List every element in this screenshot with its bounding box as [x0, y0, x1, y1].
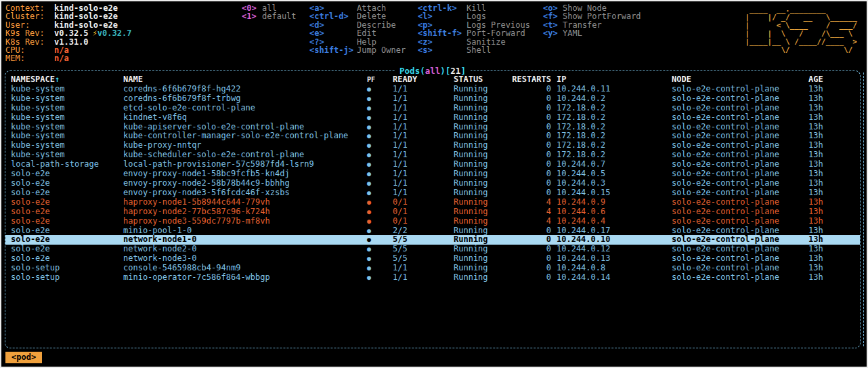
cell-age: 13h [808, 245, 860, 254]
cell-namespace: solo-e2e [11, 169, 123, 179]
cell-status: Running [454, 207, 512, 217]
cell-age: 13h [808, 113, 860, 123]
shortcut: <shift-j>Jump Owner [309, 46, 406, 54]
cell-namespace: solo-e2e [11, 207, 123, 217]
cell-age: 13h [808, 264, 860, 273]
cell-status: Running [454, 113, 512, 123]
cell-restarts: 4 [512, 198, 551, 207]
cell-node: solo-e2e-control-plane [672, 123, 808, 132]
cell-age: 13h [808, 198, 860, 207]
k9s-logo: ____ __.________ | |/ _/ __ \______ | < … [745, 5, 857, 54]
cell-ip: 10.244.0.4 [551, 217, 672, 226]
cell-restarts: 0 [512, 131, 551, 141]
info-row: Cluster:kind-solo-e2e [5, 12, 131, 20]
cell-ip: 10.244.0.3 [551, 179, 672, 188]
footer: <pod> [5, 350, 42, 363]
cell-ip: 172.18.0.2 [551, 104, 672, 113]
column-header-restarts: RESTARTS [512, 75, 551, 85]
cell-ready: 1/1 [393, 264, 454, 273]
table-row[interactable]: solo-e2eminio-pool-1-0●2/2Running010.244… [5, 226, 860, 236]
table-row[interactable]: solo-e2eenvoy-proxy-node3-5f6fcdc46f-xzs… [5, 188, 860, 198]
cell-name: coredns-6f6b679f8f-hg422 [123, 85, 367, 94]
cell-node: solo-e2e-control-plane [672, 235, 808, 245]
shortcut-label: Port-Forward [466, 29, 525, 37]
shortcut-label: default [262, 12, 297, 20]
cell-status: Running [454, 150, 512, 160]
cell-ip: 172.18.0.2 [551, 113, 672, 123]
cell-status: Running [454, 131, 512, 141]
table-title-suffix: ] [460, 66, 466, 76]
cell-node: solo-e2e-control-plane [672, 188, 808, 198]
table-row[interactable]: local-path-storagelocal-path-provisioner… [5, 160, 860, 169]
cell-age: 13h [808, 123, 860, 132]
cell-node: solo-e2e-control-plane [672, 85, 808, 94]
table-row[interactable]: kube-systemkube-scheduler-solo-e2e-contr… [5, 150, 860, 160]
shortcut: <f>Show PortForward [543, 12, 641, 20]
table-row[interactable]: kube-systemetcd-solo-e2e-control-plane●1… [5, 104, 860, 113]
shortcut: <1>default [242, 12, 297, 20]
cell-node: solo-e2e-control-plane [672, 113, 808, 123]
info-row: K9s Rev:v0.32.5⚡v0.32.7 [5, 29, 131, 37]
table-row[interactable]: kube-systemkube-controller-manager-solo-… [5, 131, 860, 141]
table-row[interactable]: kube-systemcoredns-6f6b679f8f-hg422●1/1R… [5, 85, 860, 94]
cell-node: solo-e2e-control-plane [672, 217, 808, 226]
pf-dot-icon: ● [367, 217, 393, 226]
table-row[interactable]: solo-e2enetwork-node1-0●5/5Running010.24… [5, 235, 860, 245]
pf-dot-icon: ● [367, 94, 393, 104]
table-row[interactable]: solo-setupminio-operator-7c586f864-wbbgp… [5, 273, 860, 283]
table-row[interactable]: kube-systemkube-proxy-nntqr●1/1Running01… [5, 141, 860, 150]
shortcut-label: Logs [466, 12, 486, 20]
cell-ip: 172.18.0.2 [551, 150, 672, 160]
cell-node: solo-e2e-control-plane [672, 94, 808, 104]
cell-restarts: 4 [512, 207, 551, 217]
cell-restarts: 0 [512, 245, 551, 254]
cell-node: solo-e2e-control-plane [672, 273, 808, 283]
cell-ip: 10.244.0.11 [551, 85, 672, 94]
cell-ip: 10.244.0.9 [551, 198, 672, 207]
cell-namespace: kube-system [11, 94, 123, 104]
table-row[interactable]: solo-e2ehaproxy-node1-5b8944c644-779vh●0… [5, 198, 860, 207]
table-row[interactable]: solo-e2ehaproxy-node2-77bc587c96-k724h●0… [5, 207, 860, 217]
pf-dot-icon: ● [367, 169, 393, 179]
cell-name: minio-operator-7c586f864-wbbgp [123, 273, 367, 283]
cell-namespace: solo-e2e [11, 254, 123, 264]
cell-restarts: 0 [512, 226, 551, 236]
table-row[interactable]: kube-systemkube-apiserver-solo-e2e-contr… [5, 123, 860, 132]
table-row[interactable]: solo-e2enetwork-node2-0●5/5Running010.24… [5, 245, 860, 254]
cell-status: Running [454, 264, 512, 273]
table-title: Pods(all)[21] [395, 66, 471, 76]
shortcut-key: <l> [418, 12, 466, 20]
cell-ip: 10.244.0.14 [551, 273, 672, 283]
table-row[interactable]: solo-setupconsole-5465988cb4-94nm9●1/1Ru… [5, 264, 860, 273]
cell-namespace: solo-e2e [11, 226, 123, 236]
info-value: n/a [54, 54, 69, 62]
cell-restarts: 0 [512, 188, 551, 198]
cell-namespace: kube-system [11, 141, 123, 150]
cell-age: 13h [808, 273, 860, 283]
cell-node: solo-e2e-control-plane [672, 150, 808, 160]
pf-dot-icon: ● [367, 179, 393, 188]
table-row[interactable]: solo-e2enetwork-node3-0●5/5Running010.24… [5, 254, 860, 264]
cell-status: Running [454, 141, 512, 150]
table-row[interactable]: kube-systemcoredns-6f6b679f8f-trbwg●1/1R… [5, 94, 860, 104]
cell-restarts: 0 [512, 160, 551, 169]
cell-node: solo-e2e-control-plane [672, 254, 808, 264]
table-row[interactable]: solo-e2ehaproxy-node3-559dc7797b-mf8vh●0… [5, 217, 860, 226]
cell-ready: 1/1 [393, 150, 454, 160]
shortcut: <l>Logs [418, 12, 530, 20]
info-label: MEM: [5, 54, 54, 62]
table-row[interactable]: kube-systemkindnet-v8f6q●1/1Running0172.… [5, 113, 860, 123]
cell-age: 13h [808, 217, 860, 226]
table-row[interactable]: solo-e2eenvoy-proxy-node2-58b78b44c9-bbh… [5, 179, 860, 188]
breadcrumb-pod[interactable]: <pod> [5, 352, 42, 363]
cell-ip: 10.244.0.7 [551, 160, 672, 169]
cell-ip: 10.244.0.6 [551, 207, 672, 217]
cell-restarts: 0 [512, 94, 551, 104]
shortcut-label: Jump Owner [357, 46, 406, 54]
table-row[interactable]: solo-e2eenvoy-proxy-node1-58bc9fcfb5-kn4… [5, 169, 860, 179]
cell-status: Running [454, 85, 512, 94]
cell-name: console-5465988cb4-94nm9 [123, 264, 367, 273]
cell-name: envoy-proxy-node1-58bc9fcfb5-kn4dj [123, 169, 367, 179]
table-title-prefix: Pods( [399, 66, 425, 76]
cell-node: solo-e2e-control-plane [672, 226, 808, 236]
